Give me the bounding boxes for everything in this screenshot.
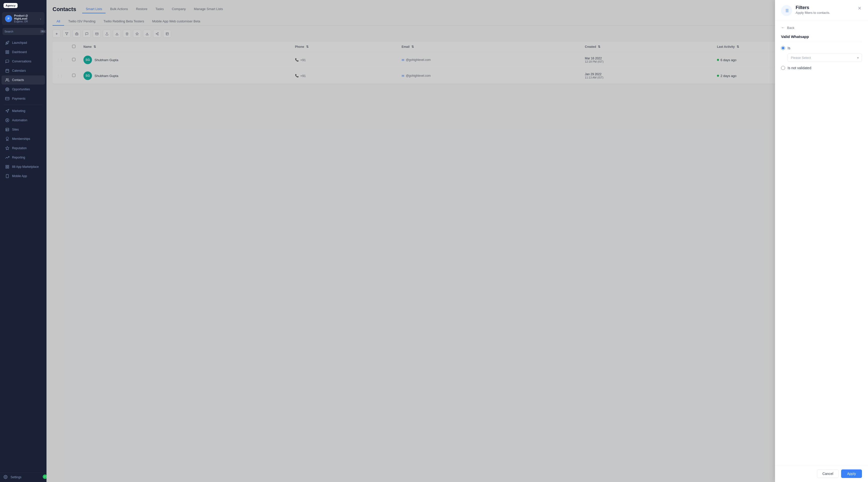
sidebar-item-opportunities[interactable]: Opportunities — [1, 85, 45, 94]
svg-point-15 — [5, 118, 9, 122]
sidebar-item-mobile-app[interactable]: Mobile App — [1, 172, 45, 181]
sidebar-item-label: Payments — [12, 97, 25, 101]
svg-rect-3 — [6, 52, 7, 54]
sidebar: Agency P Product @ HighLevel Eugene, OR … — [0, 0, 46, 482]
sidebar-item-memberships[interactable]: Memberships — [1, 134, 45, 143]
left-arrow-icon: ← — [781, 25, 785, 30]
sidebar-item-label: Memberships — [12, 137, 30, 141]
sidebar-navigation: Launchpad Dashboard Conversations Calend… — [0, 37, 46, 472]
smartphone-icon — [5, 174, 9, 178]
svg-marker-22 — [5, 146, 9, 150]
back-label: Back — [787, 26, 794, 30]
radio-is-label: Is — [787, 46, 790, 50]
megaphone-icon — [5, 109, 9, 113]
sidebar-item-reporting[interactable]: Reporting — [1, 153, 45, 162]
filter-section-title: Valid Whatsapp — [781, 34, 862, 42]
rocket-icon — [5, 40, 9, 45]
sidebar-logo: Agency — [0, 0, 46, 11]
trending-up-icon — [5, 155, 9, 160]
chevron-down-icon: ▾ — [857, 56, 859, 60]
filter-lines-icon — [784, 8, 789, 13]
sidebar-item-reputation[interactable]: Reputation — [1, 144, 45, 153]
chevron-down-icon: ⌄ — [39, 17, 41, 20]
svg-rect-27 — [6, 174, 8, 178]
sidebar-item-automation[interactable]: Automation — [1, 116, 45, 125]
svg-point-12 — [7, 89, 8, 90]
settings-label: Settings — [10, 476, 21, 479]
svg-rect-24 — [7, 165, 9, 167]
svg-rect-26 — [7, 167, 9, 168]
modal-overlay[interactable] — [46, 0, 868, 482]
sidebar-item-label: Sites — [12, 128, 19, 131]
cancel-button[interactable]: Cancel — [817, 470, 839, 478]
search-input[interactable] — [4, 30, 39, 33]
sidebar-item-label: Mobile App — [12, 174, 27, 178]
filter-panel-subtitle: Apply filters to contacts. — [796, 11, 830, 15]
apply-button[interactable]: Apply — [841, 470, 862, 478]
filter-body: ← Back Valid Whatsapp Is Please Select ▾… — [775, 20, 868, 465]
filter-icon-container — [781, 5, 792, 16]
calendar-icon — [5, 68, 9, 73]
radio-is-option[interactable]: Is — [781, 46, 862, 50]
agency-logo: Agency — [3, 3, 18, 8]
nav-divider — [3, 105, 43, 105]
sidebar-item-label: 88 App Marketplace — [12, 165, 39, 169]
sidebar-item-label: Automation — [12, 118, 27, 122]
account-name: Product @ HighLevel — [14, 14, 39, 20]
svg-rect-25 — [6, 167, 7, 168]
please-select-text: Please Select — [791, 56, 811, 60]
table-icon — [5, 127, 9, 132]
radio-not-validated-option[interactable]: Is not validated — [781, 66, 862, 70]
sidebar-item-label: Reporting — [12, 156, 25, 159]
avatar: P — [5, 15, 12, 22]
sidebar-item-label: Marketing — [12, 109, 25, 113]
radio-not-validated-input[interactable] — [781, 66, 785, 70]
app-marketplace-icon — [5, 165, 9, 169]
svg-point-10 — [5, 88, 9, 91]
settings-nav-item[interactable]: Settings ✓ — [0, 472, 46, 482]
account-switcher[interactable]: P Product @ HighLevel Eugene, OR ⌄ — [2, 12, 44, 25]
credit-card-icon — [5, 96, 9, 101]
play-circle-icon — [5, 118, 9, 122]
filter-panel-title: Filters — [796, 5, 830, 10]
svg-point-11 — [6, 88, 8, 90]
sidebar-item-label: Reputation — [12, 146, 27, 150]
filter-panel: Filters Apply filters to contacts. ✕ ← B… — [775, 0, 868, 482]
svg-rect-2 — [7, 51, 9, 52]
svg-point-21 — [6, 137, 8, 139]
chat-icon — [5, 59, 9, 64]
sidebar-item-label: Dashboard — [12, 50, 27, 54]
back-button[interactable]: ← Back — [781, 25, 862, 30]
svg-marker-16 — [7, 119, 8, 121]
award-icon — [5, 137, 9, 141]
close-icon[interactable]: ✕ — [857, 5, 862, 11]
sidebar-search-container: ⌘K → — [2, 28, 44, 35]
sidebar-item-calendars[interactable]: Calendars — [1, 66, 45, 75]
account-location: Eugene, OR — [14, 20, 39, 23]
please-select-dropdown[interactable]: Please Select ▾ — [787, 54, 862, 62]
sidebar-item-label: Opportunities — [12, 88, 30, 91]
target-icon — [5, 87, 9, 91]
sidebar-item-sites[interactable]: Sites — [1, 125, 45, 134]
sidebar-item-label: Calendars — [12, 69, 26, 73]
gear-icon — [3, 475, 8, 480]
sidebar-item-payments[interactable]: Payments — [1, 94, 45, 103]
svg-rect-13 — [5, 97, 9, 100]
sidebar-item-label: Contacts — [12, 78, 24, 82]
sidebar-item-launchpad[interactable]: Launchpad — [1, 38, 45, 47]
sidebar-item-label: Launchpad — [12, 41, 27, 45]
filter-header: Filters Apply filters to contacts. ✕ — [775, 0, 868, 20]
svg-rect-23 — [6, 165, 7, 167]
grid-icon — [5, 50, 9, 54]
users-icon — [5, 78, 9, 82]
sidebar-item-marketing[interactable]: Marketing — [1, 106, 45, 115]
radio-is-input[interactable] — [781, 46, 785, 50]
radio-not-validated-label: Is not validated — [787, 66, 811, 70]
notification-dot: ✓ — [43, 475, 46, 479]
main-content: Contacts Smart Lists Bulk Actions Restor… — [46, 0, 868, 482]
sidebar-item-label: Conversations — [12, 60, 31, 63]
sidebar-item-contacts[interactable]: Contacts — [1, 76, 45, 85]
sidebar-item-conversations[interactable]: Conversations — [1, 57, 45, 66]
sidebar-item-dashboard[interactable]: Dashboard — [1, 48, 45, 57]
sidebar-item-app-marketplace[interactable]: 88 App Marketplace — [1, 162, 45, 171]
